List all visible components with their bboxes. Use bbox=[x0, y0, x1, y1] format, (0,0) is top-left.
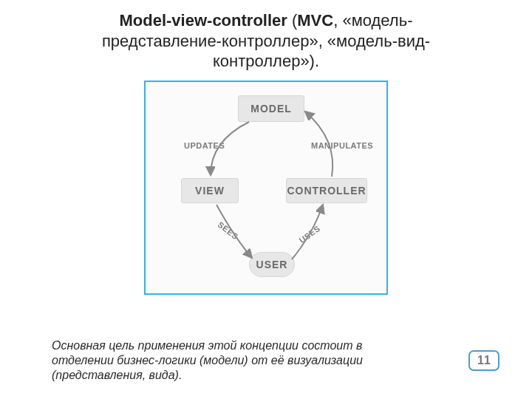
slide-title: Model-view-controller (MVC, «модель-пред… bbox=[0, 0, 532, 75]
arrow-model-to-view bbox=[146, 82, 389, 296]
mvc-diagram: MODEL VIEW CONTROLLER USER UPDATES MANIP… bbox=[144, 81, 388, 295]
title-mvc: MVC bbox=[297, 11, 333, 30]
page-number-badge: 11 bbox=[468, 350, 499, 371]
footnote-text: Основная цель применения этой концепции … bbox=[52, 338, 399, 383]
title-bold-prefix: Model-view-controller bbox=[119, 11, 287, 30]
title-paren-open: ( bbox=[287, 11, 297, 30]
